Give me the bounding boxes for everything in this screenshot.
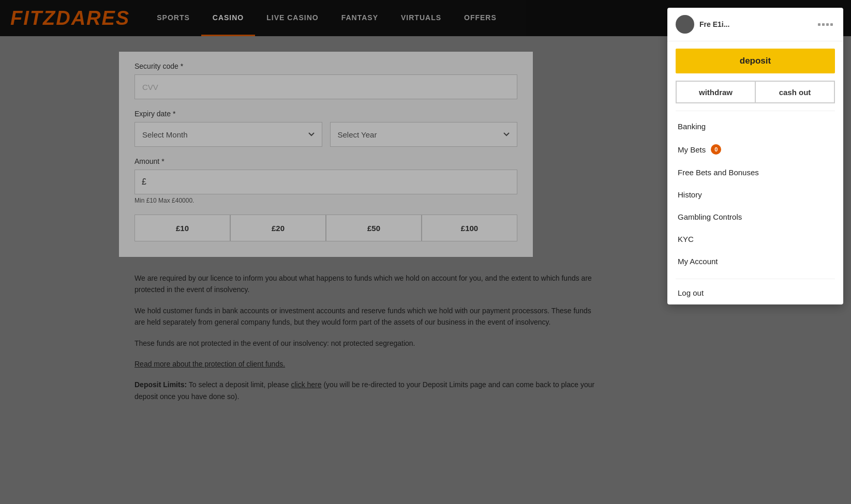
close-dot-3 xyxy=(826,23,829,26)
menu-gambling-controls-label: Gambling Controls xyxy=(678,212,742,221)
menu-my-bets-label: My Bets xyxy=(678,145,706,154)
menu-my-bets[interactable]: My Bets 0 xyxy=(667,138,843,161)
panel-user-info: Fre E1i... xyxy=(676,15,729,34)
close-dot-4 xyxy=(830,23,833,26)
menu-history-label: History xyxy=(678,190,702,199)
menu-history[interactable]: History xyxy=(667,184,843,206)
logout-item[interactable]: Log out xyxy=(667,281,843,304)
side-panel: Fre E1i... deposit withdraw cash out Ban… xyxy=(667,8,843,304)
menu-my-account[interactable]: My Account xyxy=(667,250,843,272)
menu-kyc-label: KYC xyxy=(678,235,694,243)
my-bets-badge: 0 xyxy=(711,144,721,155)
action-buttons: withdraw cash out xyxy=(667,81,843,111)
menu-banking-label: Banking xyxy=(678,122,706,131)
menu-my-account-label: My Account xyxy=(678,257,718,266)
panel-header: Fre E1i... xyxy=(667,8,843,41)
menu-free-bets[interactable]: Free Bets and Bonuses xyxy=(667,161,843,184)
cashout-button[interactable]: cash out xyxy=(755,81,835,103)
menu-list: Banking My Bets 0 Free Bets and Bonuses … xyxy=(667,111,843,277)
panel-username: Fre E1i... xyxy=(699,20,729,28)
withdraw-button[interactable]: withdraw xyxy=(676,81,755,103)
menu-gambling-controls[interactable]: Gambling Controls xyxy=(667,206,843,228)
deposit-button[interactable]: deposit xyxy=(676,49,835,73)
panel-close-button[interactable] xyxy=(816,21,835,28)
menu-banking[interactable]: Banking xyxy=(667,115,843,138)
close-dot-2 xyxy=(822,23,825,26)
menu-free-bets-label: Free Bets and Bonuses xyxy=(678,168,759,177)
close-dot-1 xyxy=(818,23,820,26)
panel-divider-bottom xyxy=(676,279,835,279)
menu-kyc[interactable]: KYC xyxy=(667,228,843,250)
panel-avatar xyxy=(676,15,694,34)
